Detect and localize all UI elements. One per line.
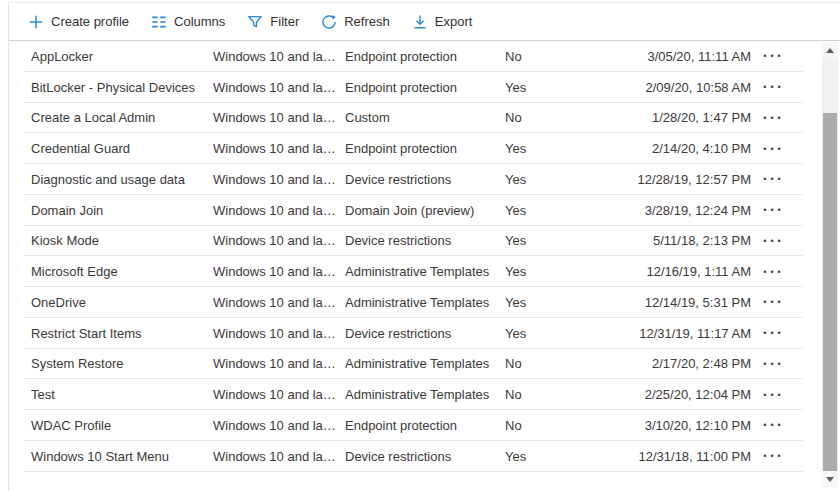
export-button[interactable]: Export: [401, 3, 484, 40]
profile-name-cell[interactable]: Windows 10 Start Menu: [31, 449, 213, 464]
profile-name-cell[interactable]: System Restore: [31, 356, 213, 371]
profile-type-cell: Device restrictions: [345, 233, 505, 248]
table-row[interactable]: Windows 10 Start Menu Windows 10 and lat…: [9, 441, 840, 472]
row-context-menu-button[interactable]: •••: [751, 205, 795, 215]
profile-name-cell[interactable]: AppLocker: [31, 49, 213, 64]
refresh-icon: [321, 14, 337, 30]
platform-cell: Windows 10 and later: [213, 49, 345, 64]
scroll-up-icon: [826, 48, 834, 53]
platform-cell: Windows 10 and later: [213, 264, 345, 279]
assigned-cell: Yes: [505, 203, 615, 218]
profile-name-cell[interactable]: Test: [31, 387, 213, 402]
platform-cell: Windows 10 and later: [213, 172, 345, 187]
row-context-menu-button[interactable]: •••: [751, 144, 795, 154]
last-modified-cell: 12/31/19, 11:17 AM: [615, 326, 751, 341]
assigned-cell: Yes: [505, 326, 615, 341]
platform-cell: Windows 10 and later: [213, 233, 345, 248]
profile-name-cell[interactable]: OneDrive: [31, 295, 213, 310]
last-modified-cell: 2/09/20, 10:58 AM: [615, 80, 751, 95]
table-row[interactable]: OneDrive Windows 10 and later Administra…: [9, 287, 840, 318]
create-profile-label: Create profile: [51, 14, 129, 29]
profile-name-cell[interactable]: Kiosk Mode: [31, 233, 213, 248]
assigned-cell: No: [505, 356, 615, 371]
row-context-menu-button[interactable]: •••: [751, 174, 795, 184]
row-context-menu-button[interactable]: •••: [751, 328, 795, 338]
table-row[interactable]: BitLocker - Physical Devices Windows 10 …: [9, 72, 840, 103]
row-context-menu-button[interactable]: •••: [751, 51, 795, 61]
last-modified-cell: 5/11/18, 2:13 PM: [615, 233, 751, 248]
profile-name-cell[interactable]: Credential Guard: [31, 141, 213, 156]
table-row-cells: System Restore Windows 10 and later Admi…: [9, 349, 840, 380]
profile-type-cell: Endpoint protection: [345, 418, 505, 433]
table-row[interactable]: Microsoft Edge Windows 10 and later Admi…: [9, 256, 840, 287]
table-row[interactable]: AppLocker Windows 10 and later Endpoint …: [9, 41, 840, 72]
platform-cell: Windows 10 and later: [213, 326, 345, 341]
row-context-menu-button[interactable]: •••: [751, 420, 795, 430]
profile-type-cell: Domain Join (preview): [345, 203, 505, 218]
profile-name-cell[interactable]: Restrict Start Items: [31, 326, 213, 341]
columns-label: Columns: [174, 14, 225, 29]
refresh-button[interactable]: Refresh: [310, 3, 401, 40]
table-row[interactable]: Credential Guard Windows 10 and later En…: [9, 133, 840, 164]
assigned-cell: Yes: [505, 449, 615, 464]
profile-name-cell[interactable]: Diagnostic and usage data: [31, 172, 213, 187]
row-context-menu-button[interactable]: •••: [751, 236, 795, 246]
profile-name-cell[interactable]: WDAC Profile: [31, 418, 213, 433]
row-context-menu-button[interactable]: •••: [751, 267, 795, 277]
assigned-cell: Yes: [505, 80, 615, 95]
platform-cell: Windows 10 and later: [213, 203, 345, 218]
table-row[interactable]: Create a Local Admin Windows 10 and late…: [9, 103, 840, 134]
vertical-scrollbar[interactable]: [822, 42, 838, 488]
table-row[interactable]: Domain Join Windows 10 and later Domain …: [9, 195, 840, 226]
profile-type-cell: Custom: [345, 110, 505, 125]
row-context-menu-button[interactable]: •••: [751, 82, 795, 92]
filter-button[interactable]: Filter: [236, 3, 310, 40]
profile-type-cell: Device restrictions: [345, 449, 505, 464]
assigned-cell: No: [505, 418, 615, 433]
columns-button[interactable]: Columns: [140, 3, 236, 40]
refresh-label: Refresh: [344, 14, 390, 29]
table-row[interactable]: System Restore Windows 10 and later Admi…: [9, 349, 840, 380]
table-row-cells: Test Windows 10 and later Administrative…: [9, 379, 840, 410]
profile-name-cell[interactable]: Domain Join: [31, 203, 213, 218]
last-modified-cell: 3/10/20, 12:10 PM: [615, 418, 751, 433]
assigned-cell: Yes: [505, 264, 615, 279]
row-context-menu-button[interactable]: •••: [751, 297, 795, 307]
platform-cell: Windows 10 and later: [213, 141, 345, 156]
table-row[interactable]: WDAC Profile Windows 10 and later Endpoi…: [9, 410, 840, 441]
table-row-cells: Restrict Start Items Windows 10 and late…: [9, 318, 840, 349]
table-row[interactable]: Restrict Start Items Windows 10 and late…: [9, 318, 840, 349]
scroll-down-icon: [826, 477, 834, 482]
row-context-menu-button[interactable]: •••: [751, 359, 795, 369]
profile-type-cell: Administrative Templates: [345, 387, 505, 402]
profile-type-cell: Endpoint protection: [345, 49, 505, 64]
assigned-cell: Yes: [505, 233, 615, 248]
table-row[interactable]: Diagnostic and usage data Windows 10 and…: [9, 164, 840, 195]
table-row[interactable]: Kiosk Mode Windows 10 and later Device r…: [9, 226, 840, 257]
table-body: AppLocker Windows 10 and later Endpoint …: [9, 41, 840, 472]
filter-label: Filter: [270, 14, 299, 29]
row-context-menu-button[interactable]: •••: [751, 390, 795, 400]
assigned-cell: No: [505, 49, 615, 64]
scrollbar-up-button[interactable]: [822, 42, 838, 59]
create-profile-button[interactable]: Create profile: [17, 3, 140, 40]
platform-cell: Windows 10 and later: [213, 356, 345, 371]
platform-cell: Windows 10 and later: [213, 80, 345, 95]
assigned-cell: Yes: [505, 295, 615, 310]
table-row[interactable]: Test Windows 10 and later Administrative…: [9, 379, 840, 410]
scrollbar-thumb[interactable]: [823, 113, 837, 473]
row-context-menu-button[interactable]: •••: [751, 113, 795, 123]
table-row-cells: Create a Local Admin Windows 10 and late…: [9, 103, 840, 134]
profile-type-cell: Device restrictions: [345, 172, 505, 187]
assigned-cell: Yes: [505, 141, 615, 156]
last-modified-cell: 2/14/20, 4:10 PM: [615, 141, 751, 156]
profile-name-cell[interactable]: Create a Local Admin: [31, 110, 213, 125]
assigned-cell: No: [505, 110, 615, 125]
profile-type-cell: Endpoint protection: [345, 141, 505, 156]
table-row-cells: Credential Guard Windows 10 and later En…: [9, 133, 840, 164]
row-context-menu-button[interactable]: •••: [751, 451, 795, 461]
platform-cell: Windows 10 and later: [213, 418, 345, 433]
profile-name-cell[interactable]: BitLocker - Physical Devices: [31, 80, 213, 95]
scrollbar-down-button[interactable]: [822, 471, 838, 488]
profile-name-cell[interactable]: Microsoft Edge: [31, 264, 213, 279]
